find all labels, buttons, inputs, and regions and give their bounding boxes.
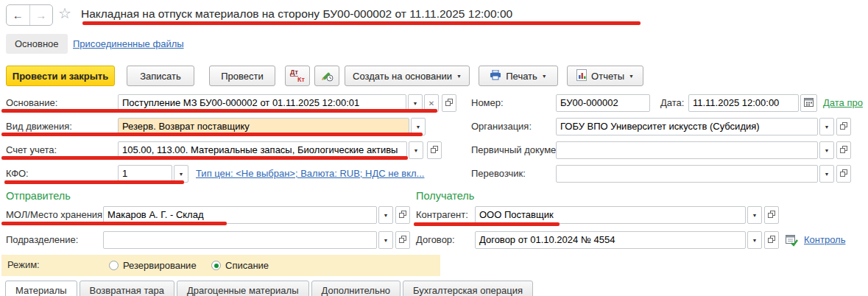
history-nav-group: ← → [6, 4, 53, 26]
chevron-down-icon: ▼ [825, 124, 830, 130]
open-link-icon [839, 120, 848, 133]
organizatsiya-open-button[interactable] [836, 118, 851, 135]
mol-dropdown-button[interactable]: ▼ [378, 206, 393, 224]
dogovor-dropdown-button[interactable]: ▼ [747, 231, 762, 249]
tab-returnable-packaging[interactable]: Возвратная тара [80, 281, 174, 296]
chevron-down-icon: ▼ [416, 124, 421, 130]
document-form-window: ← → ☆ Накладная на отпуск материалов на … [0, 0, 868, 296]
posting-date-link[interactable]: Дата про [823, 94, 863, 112]
tab-additional[interactable]: Дополнительно [311, 281, 401, 296]
open-link-icon [767, 233, 776, 247]
data-label: Дата: [660, 94, 684, 112]
tab-accounting-operation[interactable]: Бухгалтерская операция [403, 281, 533, 296]
tab-accounting-operation-label: Бухгалтерская операция [413, 285, 523, 296]
printer-icon [490, 70, 501, 82]
chevron-down-icon: ▼ [413, 101, 418, 106]
annotation-underline-kontragent [414, 222, 560, 226]
save-label: Записать [140, 71, 181, 82]
tab-main-label: Основное [15, 38, 59, 49]
perevozchik-label: Перевозчик: [471, 165, 526, 183]
tab-materials[interactable]: Материалы [5, 281, 77, 296]
calendar-icon [804, 96, 814, 110]
nomer-label: Номер: [471, 94, 504, 112]
open-link-icon [839, 167, 848, 180]
chevron-down-icon: ▼ [825, 148, 830, 153]
reports-label: Отчеты [591, 71, 624, 82]
schet-ucheta-dropdown-button[interactable]: ▼ [409, 141, 423, 159]
annotation-underline-kfo [4, 180, 184, 184]
podrazdelenie-dropdown-button[interactable]: ▼ [378, 231, 393, 249]
pencil-clock-icon [320, 68, 334, 84]
price-type-link[interactable]: Тип цен: <Не выбран>; Валюта: RUB; НДС н… [196, 165, 424, 183]
perevozchik-open-button[interactable] [836, 165, 851, 183]
organizatsiya-dropdown-button[interactable]: ▼ [819, 118, 834, 135]
perevozchik-field[interactable] [556, 165, 818, 183]
tab-main[interactable]: Основное [6, 34, 68, 54]
radio-reservation-label: Резервирование [123, 260, 197, 271]
tab-attached-files-link[interactable]: Присоединенные файлы [73, 34, 184, 54]
chevron-down-icon: ▼ [384, 238, 389, 243]
sender-section-header: Отправитель [6, 190, 71, 202]
perevozchik-dropdown-button[interactable]: ▼ [819, 165, 834, 183]
report-chart-icon [576, 69, 587, 83]
annotation-underline-schet-ucheta [1, 156, 408, 160]
kontragent-field[interactable]: ООО Поставщик [475, 206, 746, 224]
post-and-close-button[interactable]: Провести и закрыть [6, 66, 115, 86]
save-button[interactable]: Записать [127, 66, 194, 86]
favorite-star-icon[interactable]: ☆ [58, 4, 71, 24]
pervichny-dokument-field[interactable] [556, 141, 818, 159]
show-postings-button[interactable]: Дт Кт [285, 66, 310, 86]
tab-additional-label: Дополнительно [322, 285, 391, 296]
chevron-down-icon: ▼ [384, 213, 389, 218]
open-link-icon [398, 233, 407, 247]
pervichny-dokument-label: Первичный документ: [471, 141, 568, 159]
chevron-down-icon: ▼ [752, 213, 758, 218]
back-arrow-icon: ← [13, 9, 24, 21]
open-link-icon [398, 208, 407, 222]
dogovor-label: Договор: [416, 231, 455, 249]
annotation-underline-mol [1, 222, 227, 225]
radio-reservation[interactable]: Резервирование [109, 260, 197, 271]
pervichny-dropdown-button[interactable]: ▼ [819, 141, 834, 159]
dogovor-open-button[interactable] [764, 231, 779, 249]
deferred-posting-button[interactable] [314, 66, 339, 86]
osnovanie-open-button[interactable] [442, 94, 456, 112]
open-link-icon [767, 208, 776, 222]
bottom-tab-bar: Материалы Возвратная тара Драгоценные ма… [5, 281, 533, 296]
print-button[interactable]: Печать ▼ [479, 66, 558, 86]
podrazdelenie-field[interactable] [103, 231, 377, 249]
data-field[interactable]: 11.11.2025 12:00:00 [688, 94, 799, 112]
radio-writeoff[interactable]: Списание [211, 260, 269, 271]
mol-open-button[interactable] [395, 206, 410, 224]
schet-ucheta-open-button[interactable] [427, 141, 442, 159]
nomer-field[interactable]: БУ00-000002 [556, 94, 650, 112]
organizatsiya-field[interactable]: ГОБУ ВПО Университет искусств (Субсидия) [556, 118, 818, 135]
forward-arrow-icon: → [35, 9, 46, 21]
podrazdelenie-open-button[interactable] [395, 231, 410, 249]
open-link-icon [839, 144, 848, 157]
receiver-section-header: Получатель [416, 190, 474, 202]
settlement-control-icon[interactable] [785, 233, 798, 250]
post-button[interactable]: Провести [209, 66, 275, 86]
mode-label: Режим: [7, 256, 40, 274]
create-based-on-button[interactable]: Создать на основании ▼ [345, 66, 470, 86]
chevron-down-icon: ▼ [752, 238, 758, 243]
back-button[interactable]: ← [7, 5, 30, 25]
kontragent-open-button[interactable] [764, 206, 779, 224]
tab-returnable-packaging-label: Возвратная тара [90, 285, 164, 296]
chevron-down-icon: ▼ [414, 148, 419, 153]
credit-icon: Кт [297, 76, 305, 83]
tab-precious-materials-label: Драгоценные материалы [187, 285, 299, 296]
organizatsiya-label: Организация: [471, 118, 532, 135]
kontragent-dropdown-button[interactable]: ▼ [747, 206, 762, 224]
pervichny-open-button[interactable] [836, 141, 851, 159]
control-link[interactable]: Контроль [804, 231, 845, 249]
reports-button[interactable]: Отчеты ▼ [567, 66, 643, 86]
forward-button[interactable]: → [30, 5, 53, 25]
dogovor-field[interactable]: Договор от 01.10.2024 № 4554 [475, 231, 746, 249]
radio-unselected-icon [109, 261, 119, 270]
tab-materials-label: Материалы [15, 285, 67, 296]
data-calendar-button[interactable] [800, 94, 817, 112]
chevron-down-icon: ▼ [825, 172, 830, 177]
tab-precious-materials[interactable]: Драгоценные материалы [177, 281, 309, 296]
